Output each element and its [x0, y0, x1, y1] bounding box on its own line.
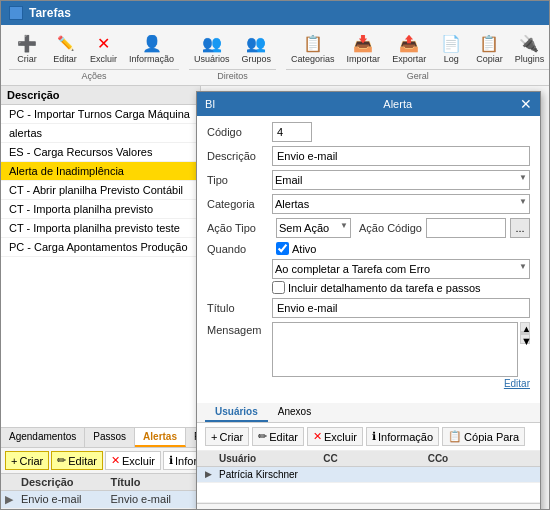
- titulo-label: Título: [207, 302, 272, 314]
- mensagem-area: ▲ ▼ Editar: [272, 322, 530, 389]
- toolbar-categorias[interactable]: 📋 Categorias: [286, 29, 340, 67]
- info-icon-modal: ℹ: [372, 430, 376, 443]
- toolbar-excluir[interactable]: ✕ Excluir: [85, 29, 122, 67]
- mensagem-row: Mensagem ▲ ▼ Editar: [207, 322, 530, 389]
- codigo-label: Código: [207, 126, 272, 138]
- alerts-excluir-btn[interactable]: ✕ Excluir: [105, 451, 161, 470]
- quando-select-row: Ao completar a Tarefa com Erro: [207, 259, 530, 279]
- modal-tab-usuarios[interactable]: Usuários: [205, 403, 268, 422]
- toolbar-exportar[interactable]: 📤 Exportar: [387, 29, 431, 67]
- modal-info-btn[interactable]: ℹ Informação: [366, 427, 439, 446]
- acao-tipo-select[interactable]: Sem Ação: [276, 218, 351, 238]
- acao-codigo-input[interactable]: [426, 218, 506, 238]
- toolbar-plugins[interactable]: 🔌 Plugins: [510, 29, 550, 67]
- modal-table-empty: [197, 483, 540, 503]
- tipo-select[interactable]: Email: [272, 170, 530, 190]
- descricao-input[interactable]: [272, 146, 530, 166]
- ativo-checkbox[interactable]: [276, 242, 289, 255]
- categoria-select[interactable]: Alertas: [272, 194, 530, 214]
- alerts-editar-btn[interactable]: ✏ Editar: [51, 451, 103, 470]
- alerta-modal: BI Alerta ✕ Código Descrição: [196, 91, 541, 509]
- codigo-row: Código: [207, 122, 530, 142]
- list-item[interactable]: CT - Importa planilha previsto teste: [1, 219, 200, 238]
- alerts-table-row[interactable]: ▶ Envio e-mail Envio e-mail: [1, 491, 200, 509]
- exportar-icon: 📤: [398, 32, 420, 54]
- quando-label: Quando: [207, 243, 272, 255]
- quando-row: Quando Ativo: [207, 242, 530, 255]
- geral-label: Geral: [286, 69, 549, 81]
- tab-agendamentos[interactable]: Agendamentos: [1, 428, 85, 447]
- modal-tab-anexos[interactable]: Anexos: [268, 403, 321, 422]
- toolbar-copiar[interactable]: 📋 Copiar: [471, 29, 508, 67]
- modal-tab-bar: Usuários Anexos: [197, 403, 540, 423]
- toolbar-log[interactable]: 📄 Log: [433, 29, 469, 67]
- list-item[interactable]: CT - Abrir planilha Previsto Contábil: [1, 181, 200, 200]
- incluir-row: Incluir detalhamento da tarefa e passos: [272, 281, 530, 294]
- tipo-row: Tipo Email: [207, 170, 530, 190]
- toolbar-usuarios[interactable]: 👥 Usuários: [189, 29, 235, 67]
- list-item[interactable]: Alerta de Inadimplência: [1, 162, 200, 181]
- toolbar-grupos[interactable]: 👥 Grupos: [237, 29, 277, 67]
- toolbar-importar[interactable]: 📥 Importar: [342, 29, 386, 67]
- alerts-criar-btn[interactable]: + Criar: [5, 451, 49, 470]
- modal-footer: ✓ Confirmar ✕ Cancelar: [197, 503, 540, 509]
- grupos-icon: 👥: [245, 32, 267, 54]
- acao-row: Ação Tipo Sem Ação Ação Código ...: [207, 218, 530, 238]
- modal-close-btn[interactable]: ✕: [520, 96, 532, 112]
- incluir-checkbox[interactable]: [272, 281, 285, 294]
- modal-sub-toolbar: + Criar ✏ Editar ✕ Excluir ℹ Informação: [197, 423, 540, 451]
- title-bar: Tarefas: [1, 1, 549, 25]
- criar-icon: ➕: [16, 32, 38, 54]
- row-arrow: ▶: [5, 493, 17, 506]
- modal-criar-btn[interactable]: + Criar: [205, 427, 249, 446]
- copiar-icon: 📋: [478, 32, 500, 54]
- direitos-label: Direitos: [189, 69, 276, 81]
- toolbar-criar[interactable]: ➕ Criar: [9, 29, 45, 67]
- mensagem-scroll-up[interactable]: ▲: [520, 322, 530, 332]
- importar-icon: 📥: [352, 32, 374, 54]
- bottom-tab-bar: Agendamentos Passos Alertas Parâmetros: [1, 428, 200, 448]
- list-item[interactable]: PC - Carga Apontamentos Produção: [1, 238, 200, 257]
- list-item[interactable]: ES - Carga Recursos Valores: [1, 143, 200, 162]
- titulo-row: Título: [207, 298, 530, 318]
- log-icon: 📄: [440, 32, 462, 54]
- ativo-label: Ativo: [292, 243, 316, 255]
- descricao-row: Descrição: [207, 146, 530, 166]
- tab-alertas[interactable]: Alertas: [135, 428, 186, 447]
- toolbar-editar[interactable]: ✏️ Editar: [47, 29, 83, 67]
- left-panel: Descrição PC - Importar Turnos Carga Máq…: [1, 86, 201, 509]
- x-icon-modal: ✕: [313, 430, 322, 443]
- categoria-row: Categoria Alertas: [207, 194, 530, 214]
- modal-excluir-btn[interactable]: ✕ Excluir: [307, 427, 363, 446]
- bottom-left-section: Agendamentos Passos Alertas Parâmetros +…: [1, 427, 200, 509]
- main-toolbar: ➕ Criar ✏️ Editar ✕ Excluir 👤 Informação: [1, 25, 549, 86]
- left-panel-header: Descrição: [1, 86, 200, 105]
- list-item[interactable]: alertas: [1, 124, 200, 143]
- modal-copia-btn[interactable]: 📋 Cópia Para: [442, 427, 525, 446]
- row-arrow-modal: ▶: [205, 469, 219, 480]
- list-item[interactable]: PC - Importar Turnos Carga Máquina: [1, 105, 200, 124]
- tab-passos[interactable]: Passos: [85, 428, 135, 447]
- quando-select[interactable]: Ao completar a Tarefa com Erro: [272, 259, 530, 279]
- codigo-input[interactable]: [272, 122, 312, 142]
- plugins-icon: 🔌: [518, 32, 540, 54]
- mensagem-scroll-down[interactable]: ▼: [520, 334, 530, 344]
- mensagem-textarea[interactable]: [272, 322, 518, 377]
- editar-btn[interactable]: Editar: [504, 378, 530, 389]
- categoria-label: Categoria: [207, 198, 272, 210]
- list-item[interactable]: CT - Importa planilha previsto: [1, 200, 200, 219]
- toolbar-informacao[interactable]: 👤 Informação: [124, 29, 179, 67]
- modal-title-bar: BI Alerta ✕: [197, 92, 540, 116]
- modal-table-row[interactable]: ▶ Patrícia Kirschner: [197, 467, 540, 483]
- usuarios-icon: 👥: [201, 32, 223, 54]
- acao-codigo-btn[interactable]: ...: [510, 218, 530, 238]
- editar-icon: ✏️: [54, 32, 76, 54]
- modal-table-header: Usuário CC CCo: [197, 451, 540, 467]
- titulo-input[interactable]: [272, 298, 530, 318]
- task-list: PC - Importar Turnos Carga Máquina alert…: [1, 105, 200, 427]
- excluir-icon: ✕: [93, 32, 115, 54]
- copy-icon-modal: 📋: [448, 430, 462, 443]
- modal-form-body: Código Descrição Tipo Email: [197, 116, 540, 399]
- modal-editar-btn[interactable]: ✏ Editar: [252, 427, 304, 446]
- edit-icon: ✏: [57, 454, 66, 467]
